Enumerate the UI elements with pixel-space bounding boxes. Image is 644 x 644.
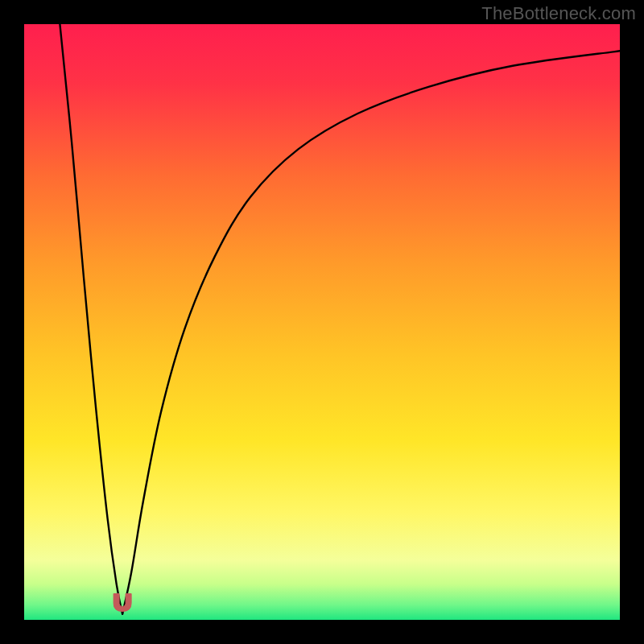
bottleneck-curve — [24, 24, 620, 620]
plot-area — [24, 24, 620, 620]
chart-frame: TheBottleneck.com — [0, 0, 644, 644]
optimal-marker — [114, 594, 131, 612]
curve-right-branch — [122, 51, 620, 613]
curve-left-branch — [60, 24, 122, 614]
watermark-text: TheBottleneck.com — [481, 3, 636, 24]
